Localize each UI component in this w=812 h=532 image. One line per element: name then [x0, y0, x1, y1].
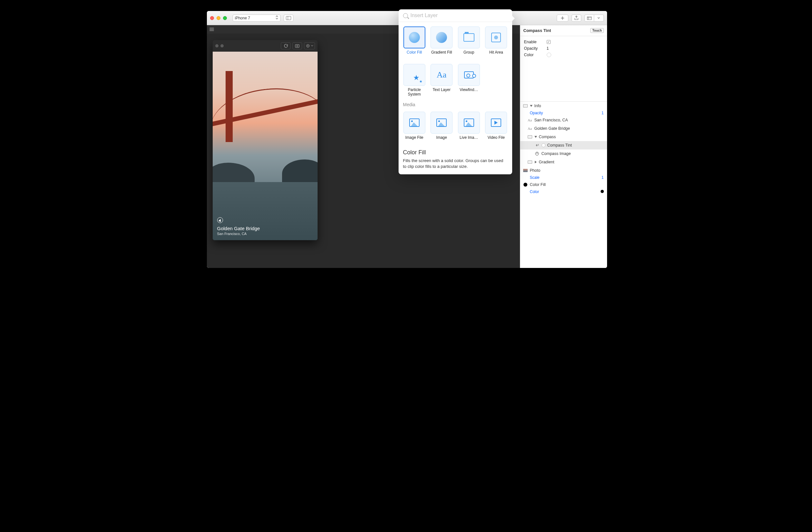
preview-rotate-button[interactable] — [281, 42, 290, 49]
layer-info-label: Info — [534, 104, 541, 108]
insert-search-input[interactable] — [410, 13, 508, 18]
enable-checkbox[interactable] — [547, 40, 551, 44]
insert-detail-body: Fills the screen with a solid color. Gro… — [403, 158, 508, 169]
chevron-up-down-icon — [276, 15, 278, 20]
svg-point-6 — [296, 45, 298, 46]
inspector-properties: Enable Opacity 1 Color — [520, 36, 607, 59]
inspector-panel: Compass Tint Touch Enable Opacity 1 Colo… — [520, 25, 607, 268]
minimize-window-button[interactable] — [217, 16, 220, 20]
chevron-down-icon[interactable] — [530, 105, 533, 107]
preview-camera-button[interactable] — [292, 42, 302, 49]
insert-tile-color-fill[interactable]: Color Fill — [403, 27, 426, 59]
device-selector[interactable]: iPhone 7 — [233, 15, 280, 21]
layer-ggb[interactable]: Aa Golden Gate Bridge — [520, 124, 607, 133]
preview-toolbar — [213, 40, 318, 52]
insert-detail-title: Color Fill — [403, 149, 508, 156]
window-controls — [210, 16, 227, 20]
layer-photo[interactable]: Photo — [520, 166, 607, 175]
svg-rect-5 — [295, 45, 299, 47]
folder-icon — [528, 160, 532, 164]
color-swatch-icon — [600, 190, 604, 193]
layer-info-opacity[interactable]: Opacity 1 — [520, 110, 607, 116]
insert-tile-image[interactable]: Image — [430, 112, 453, 145]
insert-tile-gradient-fill[interactable]: Gradient Fill — [430, 27, 453, 59]
insert-tile-label: Color Fill — [407, 51, 422, 59]
enable-label: Enable — [524, 40, 547, 44]
live-image-icon — [458, 112, 480, 134]
insert-tile-particle-system[interactable]: Particle System — [403, 64, 426, 97]
layer-compass-image[interactable]: Compass Image — [520, 149, 607, 158]
panels-toggle-button[interactable] — [284, 15, 293, 21]
insert-tile-label: Group — [463, 51, 474, 59]
layers-panel: Info Opacity 1 Aa San Francisco, CA Aa G… — [520, 101, 607, 195]
colorfill-swatch-icon — [523, 183, 527, 187]
viewfinder-icon — [458, 64, 480, 86]
insert-tile-label: Viewfind… — [460, 88, 478, 97]
layer-photo-scale[interactable]: Scale 1 — [520, 175, 607, 181]
preview-window-controls — [215, 44, 224, 47]
preview-subtitle: San Francisco, CA — [217, 232, 260, 236]
insert-detail: Color Fill Fills the screen with a solid… — [398, 146, 512, 174]
insert-layer-popover: Color FillGradient FillGroupHit AreaPart… — [398, 9, 512, 174]
text-icon: Aa — [527, 126, 533, 131]
group-icon — [458, 27, 480, 48]
svg-rect-2 — [587, 17, 591, 20]
device-preview: Golden Gate Bridge San Francisco, CA — [213, 40, 318, 240]
return-icon — [534, 143, 540, 147]
color-label: Color — [524, 53, 547, 57]
hit-area-icon — [485, 27, 507, 48]
compass-icon — [217, 217, 223, 223]
preview-title: Golden Gate Bridge — [217, 226, 260, 231]
preview-content: Golden Gate Bridge San Francisco, CA — [213, 52, 318, 240]
insert-tile-label: Live Ima… — [460, 135, 478, 145]
insert-tile-hit-area[interactable]: Hit Area — [485, 27, 508, 59]
insert-search — [398, 9, 512, 22]
layer-compass-tint[interactable]: Compass Tint — [520, 141, 607, 149]
insert-tile-group[interactable]: Group — [458, 27, 481, 59]
image-thumb-icon — [523, 169, 528, 172]
layer-gradient[interactable]: Gradient — [520, 158, 607, 166]
zoom-window-button[interactable] — [223, 16, 227, 20]
device-selector-label: iPhone 7 — [235, 16, 250, 20]
layer-info[interactable]: Info — [520, 102, 607, 110]
insert-tile-label: Image — [436, 135, 447, 145]
svg-point-8 — [307, 45, 308, 46]
layer-colorfill[interactable]: Color Fill — [520, 181, 607, 189]
layer-sf[interactable]: Aa San Francisco, CA — [520, 116, 607, 124]
compass-image-icon — [534, 152, 540, 156]
chevron-right-icon[interactable] — [535, 161, 537, 163]
insert-tile-label: Text Layer — [433, 88, 451, 97]
hamburger-icon[interactable] — [209, 28, 214, 31]
view-mode-library-button[interactable] — [584, 15, 594, 21]
gradient-fill-icon — [431, 27, 452, 48]
insert-tile-label: Gradient Fill — [431, 51, 452, 59]
image-file-icon — [403, 112, 425, 134]
share-button[interactable] — [571, 15, 581, 21]
opacity-label: Opacity — [524, 46, 547, 51]
touch-button[interactable]: Touch — [590, 28, 604, 33]
insert-tile-text-layer[interactable]: AaText Layer — [430, 64, 453, 97]
color-fill-icon — [403, 27, 425, 48]
layer-colorfill-color[interactable]: Color — [520, 189, 607, 195]
insert-tile-label: Particle System — [403, 88, 426, 97]
layer-compass[interactable]: Compass — [520, 133, 607, 141]
insert-tile-label: Hit Area — [489, 51, 503, 59]
view-mode-dropdown-button[interactable] — [594, 15, 604, 21]
tint-swatch-icon — [541, 143, 546, 147]
close-window-button[interactable] — [210, 16, 214, 20]
insert-tile-live-image[interactable]: Live Ima… — [458, 112, 481, 145]
insert-tile-label: Image File — [405, 135, 423, 145]
opacity-value[interactable]: 1 — [547, 46, 549, 51]
insert-tile-video-file[interactable]: Video File — [485, 112, 508, 145]
add-layer-button[interactable] — [557, 15, 568, 21]
view-mode-segmented — [584, 15, 604, 21]
video-file-icon — [485, 112, 507, 134]
preview-settings-button[interactable] — [304, 42, 315, 49]
insert-tile-image-file[interactable]: Image File — [403, 112, 426, 145]
chevron-down-icon[interactable] — [534, 136, 537, 138]
insert-tile-viewfinder[interactable]: Viewfind… — [458, 64, 481, 97]
color-swatch[interactable] — [547, 53, 551, 57]
image-icon — [431, 112, 452, 134]
inspector-header: Compass Tint Touch — [520, 25, 607, 36]
particle-system-icon — [403, 64, 425, 86]
